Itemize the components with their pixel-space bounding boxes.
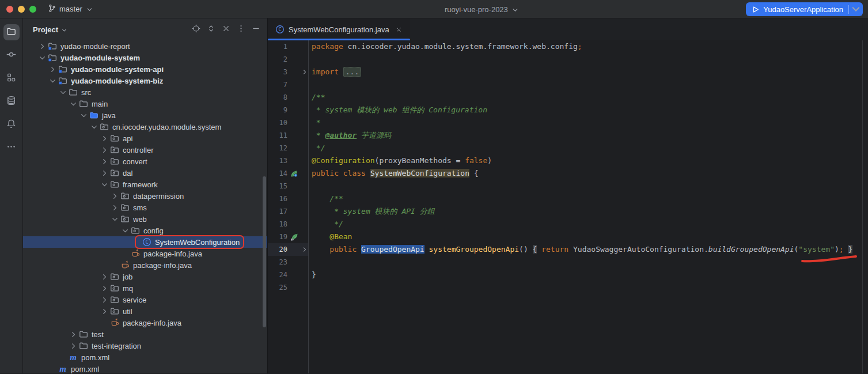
tree-chevron-icon[interactable]: [99, 168, 109, 178]
window-title-widget[interactable]: ruoyi-vue-pro-2023: [445, 0, 518, 18]
tree-item-yudao-module-system[interactable]: yudao-module-system: [23, 52, 267, 63]
code-line-15[interactable]: [312, 180, 868, 192]
tree-item-dal[interactable]: dal: [23, 167, 267, 179]
gutter-row[interactable]: 11: [268, 129, 308, 142]
gutter-row[interactable]: 8: [268, 91, 308, 104]
code-line-24[interactable]: }: [312, 269, 868, 281]
code-line-1[interactable]: package cn.iocoder.yudao.module.system.f…: [312, 40, 868, 53]
tree-item-package-info-java[interactable]: package-info.java: [23, 317, 267, 328]
code-line-23[interactable]: [312, 256, 868, 269]
gutter-row[interactable]: 17: [268, 205, 308, 218]
line-number[interactable]: 3: [268, 66, 287, 78]
line-number[interactable]: 19: [268, 231, 287, 243]
gutter-row[interactable]: 16: [268, 192, 308, 205]
tree-chevron-icon[interactable]: [99, 271, 109, 282]
activity-bar-project-button[interactable]: [3, 24, 20, 40]
line-number[interactable]: 8: [268, 91, 287, 104]
line-number[interactable]: 18: [268, 218, 287, 231]
code-line-19[interactable]: @Bean: [312, 231, 868, 243]
tree-item-controller[interactable]: controller: [23, 144, 267, 156]
tree-item-pom-xml[interactable]: mpom.xml: [23, 352, 267, 363]
tree-item-sms[interactable]: sms: [23, 202, 267, 213]
tree-item-web[interactable]: web: [23, 213, 267, 225]
tree-item-mq[interactable]: mq: [23, 282, 267, 294]
code-line-8[interactable]: /**: [312, 91, 868, 104]
gutter-row[interactable]: 18: [268, 218, 308, 231]
tree-chevron-icon[interactable]: [89, 122, 99, 132]
code-line-13[interactable]: @Configuration(proxyBeanMethods = false): [312, 154, 868, 167]
tree-item-pom-xml[interactable]: mpom.xml: [23, 363, 267, 373]
git-branch-widget[interactable]: master: [48, 4, 93, 14]
code-line-9[interactable]: * system 模块的 web 组件的 Configuration: [312, 104, 868, 116]
expand-collapse-button[interactable]: [205, 24, 217, 35]
line-number[interactable]: 25: [268, 281, 287, 294]
tree-chevron-icon[interactable]: [68, 341, 78, 351]
tree-item-systemwebconfiguration[interactable]: CSystemWebConfiguration: [23, 236, 267, 248]
line-number[interactable]: 1: [268, 40, 287, 53]
activity-bar-more-tool-windows-button[interactable]: [3, 139, 20, 156]
line-number[interactable]: 7: [268, 78, 287, 91]
gutter-row[interactable]: 23: [268, 256, 308, 269]
tree-item-cn-iocoder-yudao-module-system[interactable]: cn.iocoder.yudao.module.system: [23, 121, 267, 133]
tree-item-datapermission[interactable]: datapermission: [23, 190, 267, 202]
line-number[interactable]: 2: [268, 53, 287, 66]
line-number[interactable]: 10: [268, 116, 287, 129]
tree-chevron-icon[interactable]: [37, 52, 47, 63]
gutter-row[interactable]: 14c: [268, 167, 308, 180]
tree-chevron-icon[interactable]: [58, 87, 68, 97]
line-number[interactable]: 13: [268, 154, 287, 167]
code-line-17[interactable]: * system 模块的 API 分组: [312, 205, 868, 218]
run-configuration-button[interactable]: YudaoServerApplication: [746, 2, 863, 16]
tree-chevron-icon[interactable]: [37, 41, 47, 51]
tree-chevron-icon[interactable]: [99, 179, 109, 190]
activity-bar-commit-button[interactable]: [3, 47, 20, 63]
tree-item-service[interactable]: service: [23, 294, 267, 305]
tree-item-config[interactable]: config: [23, 225, 267, 236]
editor-tab-systemwebconfiguration[interactable]: C SystemWebConfiguration.java: [268, 18, 410, 40]
options-button[interactable]: [235, 24, 247, 35]
gutter-row[interactable]: 13: [268, 154, 308, 167]
gutter-row[interactable]: 15: [268, 180, 308, 192]
line-number[interactable]: 20: [268, 243, 287, 256]
tree-item-yudao-module-system-api[interactable]: yudao-module-system-api: [23, 63, 267, 75]
locate-file-button[interactable]: [190, 24, 202, 35]
line-number[interactable]: 12: [268, 142, 287, 154]
tree-chevron-icon[interactable]: [120, 225, 130, 236]
gutter-row[interactable]: 12: [268, 142, 308, 154]
activity-bar-structure-button[interactable]: [3, 70, 20, 86]
close-window-button[interactable]: [6, 6, 13, 13]
gutter-row[interactable]: 10: [268, 116, 308, 129]
tree-chevron-icon[interactable]: [109, 214, 120, 224]
tree-item-java[interactable]: java: [23, 109, 267, 121]
gutter-row[interactable]: 7: [268, 78, 308, 91]
close-tab-icon[interactable]: [394, 24, 404, 35]
code-line-12[interactable]: */: [312, 142, 868, 154]
tree-item-util[interactable]: util: [23, 305, 267, 317]
tree-item-yudao-module-report[interactable]: yudao-module-report: [23, 40, 267, 52]
tree-scrollbar[interactable]: [263, 176, 266, 327]
tree-item-test[interactable]: test: [23, 328, 267, 340]
tree-chevron-icon[interactable]: [68, 329, 78, 339]
code-line-7[interactable]: [312, 78, 868, 91]
tree-item-package-info-java[interactable]: package-info.java: [23, 248, 267, 259]
tree-item-src[interactable]: src: [23, 86, 267, 98]
tree-chevron-icon[interactable]: [99, 294, 109, 305]
tree-chevron-icon[interactable]: [109, 191, 120, 201]
activity-bar-database-button[interactable]: [3, 93, 20, 109]
code-line-18[interactable]: */: [312, 218, 868, 231]
tree-chevron-icon[interactable]: [47, 64, 58, 74]
tree-chevron-icon[interactable]: [99, 283, 109, 293]
gutter-row[interactable]: 3: [268, 66, 308, 78]
project-panel-title[interactable]: Project: [33, 25, 58, 34]
run-dropdown-chevron-icon[interactable]: [849, 2, 863, 16]
line-number[interactable]: 17: [268, 205, 287, 218]
tree-chevron-icon[interactable]: [68, 99, 78, 109]
gutter-row[interactable]: 20: [268, 243, 308, 256]
code-editor[interactable]: 1237891011121314c151617181920232425 pack…: [268, 40, 868, 373]
springbean-icon[interactable]: c: [287, 167, 301, 180]
line-number[interactable]: 16: [268, 192, 287, 205]
code-line-3[interactable]: import ...: [312, 66, 868, 78]
tree-item-package-info-java[interactable]: package-info.java: [23, 259, 267, 271]
gutter-row[interactable]: 2: [268, 53, 308, 66]
gutter-row[interactable]: 9: [268, 104, 308, 116]
